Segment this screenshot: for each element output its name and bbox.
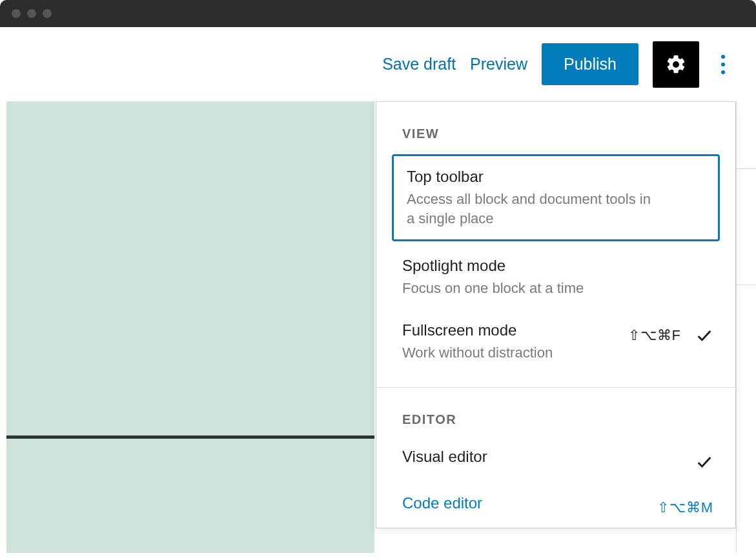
preview-button[interactable]: Preview xyxy=(470,55,527,74)
check-icon xyxy=(695,453,713,471)
content-area: VIEW Top toolbar Access all block and do… xyxy=(0,101,756,560)
sidebar-tab[interactable] xyxy=(737,101,756,169)
editor-canvas[interactable] xyxy=(6,101,374,553)
gear-icon xyxy=(665,54,687,75)
editor-toolbar: Save draft Preview Publish xyxy=(0,27,756,101)
window-titlebar xyxy=(0,0,756,27)
menu-item-title: Fullscreen mode xyxy=(402,321,628,339)
keyboard-shortcut: ⇧⌥⌘M xyxy=(657,499,713,516)
menu-item-desc: Access all block and document tools in a… xyxy=(407,190,652,228)
menu-item-title: Visual editor xyxy=(402,448,695,466)
menu-item-desc: Work without distraction xyxy=(402,343,628,363)
options-dropdown: VIEW Top toolbar Access all block and do… xyxy=(376,101,736,528)
more-options-button[interactable] xyxy=(713,50,733,79)
menu-item-desc: Focus on one block at a time xyxy=(402,279,648,298)
keyboard-shortcut: ⇧⌥⌘F xyxy=(628,327,681,344)
zoom-dot-icon[interactable] xyxy=(43,9,52,18)
check-icon xyxy=(695,326,713,345)
settings-sidebar xyxy=(736,101,756,553)
dot-icon xyxy=(721,63,725,66)
canvas-divider xyxy=(6,435,374,439)
minimize-dot-icon[interactable] xyxy=(27,9,36,18)
section-label-view: VIEW xyxy=(376,102,735,150)
menu-item-visual-editor[interactable]: Visual editor xyxy=(376,436,735,483)
sidebar-panel[interactable] xyxy=(737,169,756,285)
menu-item-top-toolbar[interactable]: Top toolbar Access all block and documen… xyxy=(392,154,720,241)
menu-item-title: Spotlight mode xyxy=(402,257,713,275)
publish-button[interactable]: Publish xyxy=(542,43,639,85)
menu-item-fullscreen[interactable]: Fullscreen mode Work without distraction… xyxy=(376,310,735,374)
dot-icon xyxy=(721,55,725,59)
settings-button[interactable] xyxy=(653,41,699,88)
close-dot-icon[interactable] xyxy=(12,9,21,18)
save-draft-button[interactable]: Save draft xyxy=(382,55,456,74)
dot-icon xyxy=(721,70,725,74)
menu-item-spotlight[interactable]: Spotlight mode Focus on one block at a t… xyxy=(376,245,735,310)
menu-item-title: Top toolbar xyxy=(407,168,708,186)
section-label-editor: EDITOR xyxy=(376,388,735,436)
menu-item-title: Code editor xyxy=(402,494,657,512)
menu-item-code-editor[interactable]: Code editor ⇧⌥⌘M xyxy=(376,483,735,528)
